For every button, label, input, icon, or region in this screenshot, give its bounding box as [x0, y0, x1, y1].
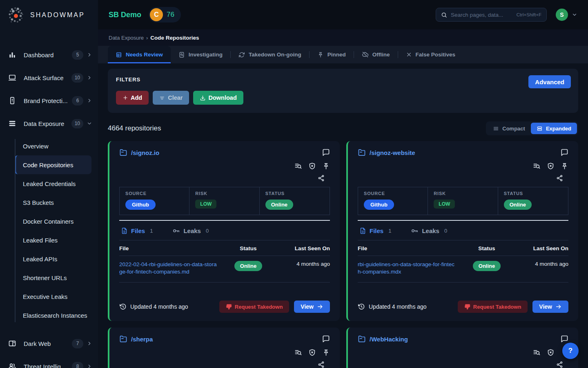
tab-label: Pinned	[327, 52, 346, 58]
status-badge: Online	[265, 200, 293, 210]
request-takedown-label: Request Takedown	[235, 304, 283, 310]
repo-link[interactable]: /WebHacking	[358, 335, 408, 343]
files-tab[interactable]: Files 1	[121, 227, 153, 235]
pin-icon[interactable]	[561, 162, 568, 170]
comment-icon[interactable]	[322, 335, 330, 343]
clock-history-icon	[119, 303, 127, 310]
risk-badge: LOW	[434, 200, 455, 209]
leaks-tab-label: Leaks	[422, 227, 439, 234]
share-icon[interactable]	[318, 361, 325, 368]
sidebar-item-attack-surface[interactable]: Attack Surface 10	[0, 66, 98, 89]
comment-icon[interactable]	[322, 148, 330, 157]
org-name[interactable]: SB Demo	[109, 11, 141, 19]
file-link[interactable]: 2022-02-04-rbi-guidelines-on-data-storag…	[119, 261, 224, 276]
tab-false-positives[interactable]: False Positives	[398, 46, 463, 63]
tab-investigating[interactable]: Investigating	[171, 46, 230, 63]
shield-x-icon[interactable]	[547, 162, 555, 170]
comment-icon[interactable]	[560, 335, 568, 343]
sidebar-subitem-executive-leaks[interactable]: Executive Leaks	[15, 287, 91, 306]
repo-link[interactable]: /signoz.io	[119, 148, 159, 157]
status-label: STATUS	[504, 191, 562, 196]
repo-link[interactable]: /signoz-website	[358, 148, 415, 157]
sidebar-subitem-docker-containers[interactable]: Docker Containers	[15, 212, 91, 231]
files-tab[interactable]: Files 1	[359, 227, 391, 235]
tab-needs-review[interactable]: Needs Review	[108, 46, 171, 63]
security-grade-pill[interactable]: C 76	[149, 7, 181, 22]
sidebar-subitem-leaked-credentials[interactable]: Leaked Credentials	[15, 174, 91, 193]
topbar: SB Demo C 76 Ctrl+Shift+F S	[98, 0, 588, 29]
x-icon	[406, 52, 412, 58]
sidebar-subitem-leaked-apis[interactable]: Leaked APIs	[15, 249, 91, 268]
list-search-icon[interactable]	[533, 349, 541, 357]
risk-badge: LOW	[195, 200, 216, 209]
sidebar-item-label: Attack Surface	[24, 74, 71, 81]
file-table-header: File Status Last Seen On	[358, 240, 568, 256]
tab-label: Investigating	[189, 52, 223, 58]
shield-x-icon[interactable]	[308, 162, 316, 170]
source-badge[interactable]: Github	[125, 200, 156, 210]
repo-card-webhacking: /WebHacking	[346, 328, 578, 368]
comment-icon[interactable]	[560, 148, 568, 157]
share-icon[interactable]	[556, 175, 563, 182]
request-takedown-button[interactable]: Request Takedown	[458, 301, 528, 313]
sidebar-item-label: Threat Intellig...	[24, 363, 72, 368]
request-takedown-button[interactable]: Request Takedown	[219, 301, 290, 313]
file-search-icon	[178, 52, 185, 58]
source-badge[interactable]: Github	[364, 200, 394, 210]
cloud-off-icon	[362, 51, 369, 58]
compact-view-button[interactable]: Compact	[487, 123, 531, 134]
sidebar-item-brand-protection[interactable]: Brand Protecti... 6	[0, 89, 98, 112]
search-input[interactable]	[451, 12, 513, 18]
view-button[interactable]: View	[532, 301, 568, 313]
file-link[interactable]: rbi-guidelines-on-data-storage-for-finte…	[358, 261, 462, 276]
folder-icon	[119, 148, 127, 157]
sidebar-subitem-overview[interactable]: Overview	[15, 137, 91, 155]
brand-logo-row[interactable]: SHADOWMAP	[0, 0, 98, 30]
tab-pinned[interactable]: Pinned	[310, 46, 354, 63]
sidebar-subitem-code-repositories[interactable]: Code Repositories	[15, 155, 91, 174]
view-button[interactable]: View	[294, 301, 330, 313]
shield-x-icon[interactable]	[308, 349, 316, 357]
sidebar-subitem-elasticsearch-instances[interactable]: Elasticsearch Instances	[15, 306, 91, 325]
pin-icon[interactable]	[322, 349, 330, 357]
results-count: 4664 repositories	[108, 124, 161, 132]
leaks-tab[interactable]: Leaks 0	[172, 227, 209, 235]
source-label: SOURCE	[125, 191, 183, 196]
data-exposure-submenu: Overview Code Repositories Leaked Creden…	[15, 137, 98, 325]
clear-filters-button[interactable]: Clear	[153, 91, 189, 105]
repo-link[interactable]: /sherpa	[119, 335, 153, 343]
download-button[interactable]: Download	[193, 91, 243, 105]
sidebar-subitem-s3-buckets[interactable]: S3 Buckets	[15, 193, 91, 212]
tab-offline[interactable]: Offline	[354, 46, 398, 63]
tab-takedown-ongoing[interactable]: Takedown On-going	[231, 46, 309, 63]
sidebar-item-threat-intelligence[interactable]: Threat Intellig... 8	[0, 355, 98, 368]
add-filter-button[interactable]: Add	[116, 91, 149, 105]
shield-x-icon[interactable]	[547, 349, 555, 357]
clear-filters-label: Clear	[168, 94, 183, 101]
pin-icon[interactable]	[322, 162, 330, 170]
user-menu[interactable]: S	[556, 9, 577, 21]
chevron-right-icon	[87, 52, 92, 58]
sidebar-item-dark-web[interactable]: Dark Web 7	[0, 332, 98, 355]
risk-label: RISK	[434, 191, 492, 196]
chevron-right-icon	[87, 98, 92, 103]
source-label: SOURCE	[364, 191, 422, 196]
share-icon[interactable]	[318, 175, 325, 182]
expanded-view-button[interactable]: Expanded	[531, 123, 577, 134]
sidebar-item-data-exposure[interactable]: Data Exposure 10	[0, 112, 98, 135]
list-search-icon[interactable]	[294, 349, 302, 357]
breadcrumb-parent[interactable]: Data Exposure	[109, 35, 144, 41]
help-button[interactable]: ?	[562, 343, 579, 359]
advanced-filters-button[interactable]: Advanced	[528, 75, 571, 88]
sidebar-item-dashboard[interactable]: Dashboard 5	[0, 43, 98, 66]
sidebar-subitem-leaked-files[interactable]: Leaked Files	[15, 231, 91, 249]
smartphone-alert-icon	[8, 96, 17, 105]
share-icon[interactable]	[556, 361, 563, 368]
global-search[interactable]: Ctrl+Shift+F	[436, 8, 547, 22]
leaks-tab[interactable]: Leaks 0	[411, 227, 447, 235]
list-search-icon[interactable]	[294, 162, 302, 170]
repo-name: /signoz.io	[131, 149, 159, 156]
list-search-icon[interactable]	[533, 162, 541, 170]
folder-icon	[119, 335, 127, 343]
sidebar-subitem-shortener-urls[interactable]: Shortener URLs	[15, 268, 91, 287]
